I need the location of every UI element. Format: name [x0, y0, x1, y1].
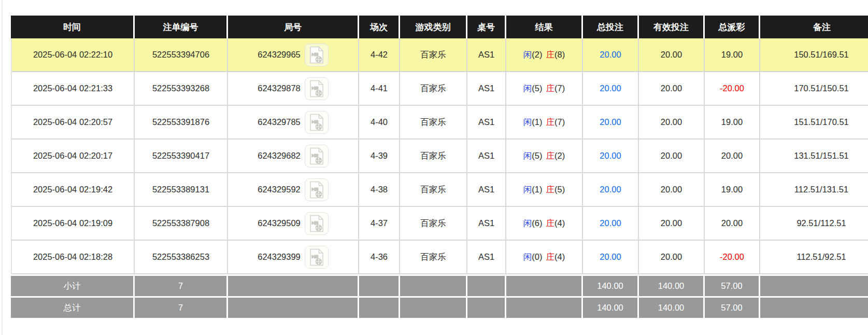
cell-valid-bet: 20.00 — [639, 241, 705, 274]
result-banker-label: 庄 — [546, 185, 555, 194]
cell-result: 闲(2)庄(8) — [506, 38, 583, 72]
cell-result: 闲(5)庄(2) — [506, 139, 583, 173]
cell-payout: 20.00 — [705, 207, 760, 241]
total-bet-link[interactable]: 20.00 — [600, 83, 621, 93]
total-bet-link[interactable]: 20.00 — [600, 185, 621, 194]
left-divider — [2, 0, 3, 335]
cell-table-no: AS1 — [467, 173, 506, 207]
cell-time: 2025-06-04 02:22:10 — [11, 38, 135, 72]
summary-label: 总计 — [11, 296, 135, 318]
cell-result: 闲(5)庄(7) — [506, 72, 583, 106]
cell-remark: 170.51/150.51 — [760, 72, 868, 106]
video-record-icon — [309, 80, 324, 97]
video-replay-button[interactable] — [305, 178, 329, 201]
summary-total-bet: 140.00 — [583, 296, 639, 318]
cell-valid-bet: 20.00 — [639, 139, 705, 173]
result-banker-label: 庄 — [546, 83, 555, 93]
cell-time: 2025-06-04 02:20:57 — [11, 106, 135, 139]
cell-remark: 92.51/112.51 — [760, 207, 868, 241]
cell-session: 4-39 — [359, 139, 400, 173]
bet-record-row[interactable]: 2025-06-04 02:19:42522553389131624329592… — [11, 173, 868, 207]
round-number: 624329399 — [258, 252, 301, 262]
cell-result: 闲(1)庄(7) — [506, 106, 583, 139]
cell-table-no: AS1 — [467, 106, 506, 139]
video-record-icon — [309, 248, 324, 266]
total-bet-link[interactable]: 20.00 — [600, 218, 621, 228]
video-replay-button[interactable] — [305, 44, 329, 66]
video-replay-button[interactable] — [305, 246, 329, 269]
cell-table-no: AS1 — [467, 38, 506, 72]
summary-empty-cell — [400, 296, 467, 318]
video-replay-button[interactable] — [305, 77, 329, 100]
bet-record-row[interactable]: 2025-06-04 02:21:33522553393268624329878… — [11, 72, 868, 106]
cell-total-bet: 20.00 — [583, 72, 639, 106]
cell-game-type: 百家乐 — [400, 173, 467, 207]
summary-empty-cell — [228, 274, 359, 296]
subtotal-row: 小计7140.00140.0057.00 — [11, 274, 868, 296]
video-replay-button[interactable] — [305, 212, 329, 235]
cell-total-bet: 20.00 — [583, 38, 639, 72]
cell-total-bet: 20.00 — [583, 139, 639, 173]
round-number-group: 624329682 — [258, 145, 329, 168]
table-header: 时间注单编号局号场次游戏类别桌号结果总投注有效投注总派彩备注 — [11, 16, 868, 38]
video-replay-button[interactable] — [305, 145, 329, 168]
summary-count: 7 — [135, 274, 228, 296]
total-bet-link[interactable]: 20.00 — [600, 151, 621, 160]
summary-empty-cell — [359, 274, 400, 296]
cell-session: 4-42 — [359, 38, 400, 72]
summary-empty-cell — [506, 296, 583, 318]
summary-empty-cell — [400, 274, 467, 296]
video-record-icon — [309, 147, 324, 165]
bet-record-row[interactable]: 2025-06-04 02:20:17522553390417624329682… — [11, 139, 868, 173]
column-header-session: 场次 — [359, 16, 400, 38]
video-record-icon — [309, 215, 324, 232]
cell-time: 2025-06-04 02:19:42 — [11, 173, 135, 207]
total-bet-link[interactable]: 20.00 — [600, 117, 621, 127]
cell-bet-id: 522553394706 — [135, 38, 228, 72]
round-number: 624329965 — [258, 50, 301, 60]
bet-record-row[interactable]: 2025-06-04 02:22:10522553394706624329965… — [11, 38, 868, 72]
cell-bet-id: 522553391876 — [135, 106, 228, 139]
bet-record-row[interactable]: 2025-06-04 02:18:28522553386253624329399… — [11, 241, 868, 274]
result-banker-label: 庄 — [546, 252, 555, 261]
column-header-round: 局号 — [228, 16, 359, 38]
summary-empty-cell — [467, 274, 506, 296]
cell-time: 2025-06-04 02:18:28 — [11, 241, 135, 274]
total-bet-link[interactable]: 20.00 — [600, 252, 621, 261]
cell-payout: 19.00 — [705, 173, 760, 207]
summary-empty-cell — [467, 296, 506, 318]
round-number-group: 624329965 — [258, 44, 329, 66]
result-banker-count: (5) — [554, 185, 565, 194]
total-bet-link[interactable]: 20.00 — [600, 50, 621, 59]
column-header-bet_id: 注单编号 — [135, 16, 228, 38]
summary-valid-bet: 140.00 — [639, 274, 705, 296]
cell-time: 2025-06-04 02:19:09 — [11, 207, 135, 241]
cell-round: 624329509 — [228, 207, 359, 241]
result-player-label: 闲 — [523, 83, 532, 93]
cell-bet-id: 522553393268 — [135, 72, 228, 106]
cell-bet-id: 522553389131 — [135, 173, 228, 207]
cell-session: 4-37 — [359, 207, 400, 241]
result-banker-count: (4) — [554, 218, 565, 228]
cell-round: 624329399 — [228, 241, 359, 274]
column-header-valid_bet: 有效投注 — [639, 16, 705, 38]
round-number-group: 624329785 — [258, 111, 329, 134]
video-replay-button[interactable] — [305, 111, 329, 134]
cell-game-type: 百家乐 — [400, 106, 467, 139]
result-banker-count: (7) — [554, 83, 565, 93]
bet-records-table: 时间注单编号局号场次游戏类别桌号结果总投注有效投注总派彩备注 2025-06-0… — [11, 16, 868, 318]
cell-payout: 19.00 — [705, 38, 760, 72]
column-header-payout: 总派彩 — [705, 16, 760, 38]
cell-valid-bet: 20.00 — [639, 72, 705, 106]
cell-total-bet: 20.00 — [583, 207, 639, 241]
cell-round: 624329878 — [228, 72, 359, 106]
bet-record-row[interactable]: 2025-06-04 02:19:09522553387908624329509… — [11, 207, 868, 241]
column-header-result: 结果 — [506, 16, 583, 38]
cell-session: 4-41 — [359, 72, 400, 106]
cell-round: 624329682 — [228, 139, 359, 173]
cell-remark: 151.51/170.51 — [760, 106, 868, 139]
summary-empty-cell — [359, 296, 400, 318]
bet-records-panel: 时间注单编号局号场次游戏类别桌号结果总投注有效投注总派彩备注 2025-06-0… — [11, 16, 868, 318]
bet-record-row[interactable]: 2025-06-04 02:20:57522553391876624329785… — [11, 106, 868, 139]
result-banker-label: 庄 — [546, 218, 555, 228]
